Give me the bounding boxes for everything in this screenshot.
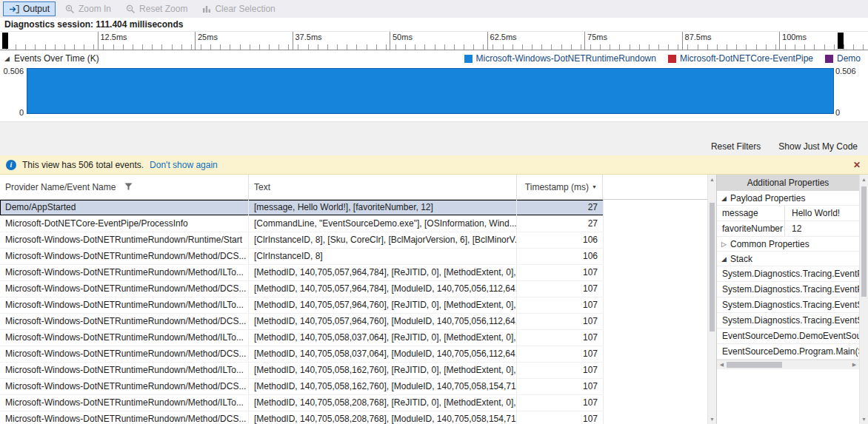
cell-text: [message, Hello World!], [favoriteNumber… [249, 200, 517, 215]
payload-properties-list: messageHello World!favoriteNumber12 [717, 206, 859, 237]
scroll-up-icon[interactable]: ▲ [860, 175, 868, 184]
property-key: message [717, 206, 785, 221]
cell-text: [MethodID, 140,705,058,037,064], [Module… [249, 346, 517, 362]
legend-item: Microsoft-Windows-DotNETRuntimeRundown [464, 53, 656, 64]
h-scrollbar-track[interactable] [727, 360, 849, 369]
cell-provider: Microsoft-Windows-DotNETRuntimeRundown/M… [0, 314, 249, 329]
dont-show-again-link[interactable]: Don't show again [150, 160, 218, 170]
table-row[interactable]: Microsoft-Windows-DotNETRuntimeRundown/M… [0, 330, 604, 346]
cell-timestamp: 107 [517, 281, 604, 297]
table-scrollbar-thumb[interactable] [710, 203, 715, 332]
scroll-down-icon[interactable]: ▼ [708, 414, 716, 424]
table-row[interactable]: Microsoft-Windows-DotNETRuntimeRundown/M… [0, 395, 604, 411]
payload-properties-header[interactable]: ◢ Payload Properties [717, 191, 859, 206]
table-row[interactable]: Microsoft-Windows-DotNETRuntimeRundown/M… [0, 314, 604, 330]
h-scrollbar-thumb[interactable] [727, 362, 782, 368]
table-row[interactable]: Microsoft-Windows-DotNETRuntimeRundown/M… [0, 346, 604, 363]
table-row[interactable]: Microsoft-Windows-DotNETRuntimeRundown/M… [0, 363, 604, 379]
chart-title-group[interactable]: ◢ Events Over Time (K) [3, 53, 99, 64]
table-row[interactable]: Microsoft-DotNETCore-EventPipe/ProcessIn… [0, 216, 604, 232]
chart-plot-area[interactable] [27, 68, 834, 114]
cell-provider: Microsoft-Windows-DotNETRuntimeRundown/M… [0, 411, 249, 424]
table-row[interactable]: Microsoft-Windows-DotNETRuntimeRundown/M… [0, 249, 604, 265]
legend-swatch [825, 55, 833, 63]
property-value: Hello World! [785, 206, 859, 221]
column-header-text[interactable]: Text [249, 175, 517, 199]
cell-provider: Microsoft-Windows-DotNETRuntimeRundown/R… [0, 232, 249, 248]
cell-timestamp: 107 [517, 330, 604, 346]
table-row[interactable]: Microsoft-Windows-DotNETRuntimeRundown/M… [0, 297, 604, 314]
y-axis-max-left: 0.506 [1, 67, 24, 75]
cell-text: [MethodID, 140,705,057,964,760], [Module… [249, 314, 517, 329]
cell-timestamp: 27 [517, 216, 604, 232]
session-duration-text: Diagnostics session: 111.404 millisecond… [4, 19, 183, 30]
column-header-provider[interactable]: Provider Name/Event Name [0, 175, 249, 199]
legend-swatch [464, 55, 473, 63]
properties-scrollbar-thumb[interactable] [861, 186, 867, 297]
reset-zoom-button[interactable]: Reset Zoom [121, 1, 193, 16]
close-icon[interactable]: ✕ [853, 160, 861, 170]
expander-expanded-icon[interactable]: ◢ [720, 195, 728, 202]
filter-icon[interactable] [124, 182, 133, 192]
events-over-time-chart: 0.506 0 0.506 0 [0, 67, 868, 121]
table-row[interactable]: Microsoft-Windows-DotNETRuntimeRundown/R… [0, 232, 604, 249]
chart-expander-icon[interactable]: ◢ [3, 55, 11, 62]
cell-timestamp: 107 [517, 395, 604, 411]
selection-handle-right[interactable] [838, 33, 844, 49]
cell-timestamp: 107 [517, 314, 604, 329]
stack-frame[interactable]: System.Diagnostics.Tracing.EventPip [717, 266, 859, 282]
tick-label: 37.5ms [296, 33, 322, 41]
properties-horizontal-scrollbar[interactable]: ◀ ▶ [717, 360, 859, 369]
timeline-tick: 12.5ms [98, 32, 99, 50]
cell-text: [MethodID, 140,705,057,964,760], [ReJITI… [249, 297, 517, 313]
stack-header[interactable]: ◢ Stack [717, 252, 859, 266]
selection-handle-left[interactable] [2, 33, 8, 49]
zoom-in-label: Zoom In [79, 4, 111, 14]
clear-selection-button[interactable]: Clear Selection [197, 1, 280, 16]
column-header-timestamp[interactable]: Timestamp (ms) ▼ [517, 175, 603, 199]
common-properties-header[interactable]: ▷ Common Properties [717, 237, 859, 252]
properties-vertical-scrollbar[interactable]: ▲ ▼ [859, 175, 868, 424]
common-section-label: Common Properties [730, 239, 809, 249]
expander-collapsed-icon[interactable]: ▷ [720, 240, 728, 248]
reset-zoom-icon [126, 4, 136, 14]
table-scrollbar-track[interactable] [708, 184, 716, 414]
cell-provider: Microsoft-DotNETCore-EventPipe/ProcessIn… [0, 216, 249, 232]
tick-label: 87.5ms [685, 33, 712, 41]
table-row[interactable]: Microsoft-Windows-DotNETRuntimeRundown/M… [0, 265, 604, 281]
cell-timestamp: 107 [517, 363, 604, 378]
table-row[interactable]: Demo/AppStarted[message, Hello World!], … [0, 200, 604, 216]
expander-expanded-icon[interactable]: ◢ [720, 255, 728, 263]
stack-frame[interactable]: System.Diagnostics.Tracing.EventSou [717, 297, 859, 313]
timeline-ruler[interactable]: 12.5ms25ms37.5ms50ms62.5ms75ms87.5ms100m… [0, 32, 868, 50]
table-row[interactable]: Microsoft-Windows-DotNETRuntimeRundown/M… [0, 281, 604, 297]
stack-frame[interactable]: EventSourceDemo.Program.Main(Sy [717, 344, 859, 360]
reset-filters-link[interactable]: Reset Filters [711, 141, 761, 152]
show-just-my-code-link[interactable]: Show Just My Code [778, 141, 858, 152]
scroll-right-icon[interactable]: ▶ [849, 360, 859, 369]
table-vertical-scrollbar[interactable]: ▲ ▼ [707, 175, 716, 424]
cell-timestamp: 107 [517, 411, 604, 424]
properties-content: Additional Properties ◢ Payload Properti… [717, 175, 859, 424]
stack-frame[interactable]: System.Diagnostics.Tracing.EventPro [717, 282, 859, 297]
scroll-left-icon[interactable]: ◀ [717, 360, 727, 369]
cell-provider: Microsoft-Windows-DotNETRuntimeRundown/M… [0, 265, 249, 280]
cell-provider: Microsoft-Windows-DotNETRuntimeRundown/M… [0, 363, 249, 378]
scroll-up-icon[interactable]: ▲ [708, 175, 716, 184]
scroll-down-icon[interactable]: ▼ [860, 414, 868, 424]
timeline-tick: 62.5ms [487, 32, 488, 50]
clear-selection-label: Clear Selection [215, 4, 275, 14]
stack-section-label: Stack [730, 254, 752, 264]
table-row[interactable]: Microsoft-Windows-DotNETRuntimeRundown/M… [0, 379, 604, 395]
provider-column-label: Provider Name/Event Name [5, 182, 116, 192]
cell-timestamp: 106 [517, 232, 604, 248]
stack-frame[interactable]: System.Diagnostics.Tracing.EventSou [717, 313, 859, 329]
stack-frame[interactable]: EventSourceDemo.DemoEventSour [717, 329, 859, 344]
property-row[interactable]: favoriteNumber12 [717, 221, 859, 237]
zoom-in-button[interactable]: Zoom In [60, 1, 116, 16]
properties-scrollbar-track[interactable] [860, 184, 868, 414]
table-row[interactable]: Microsoft-Windows-DotNETRuntimeRundown/M… [0, 411, 604, 424]
output-icon [9, 4, 19, 14]
property-row[interactable]: messageHello World! [717, 206, 859, 221]
output-button[interactable]: Output [3, 1, 56, 16]
